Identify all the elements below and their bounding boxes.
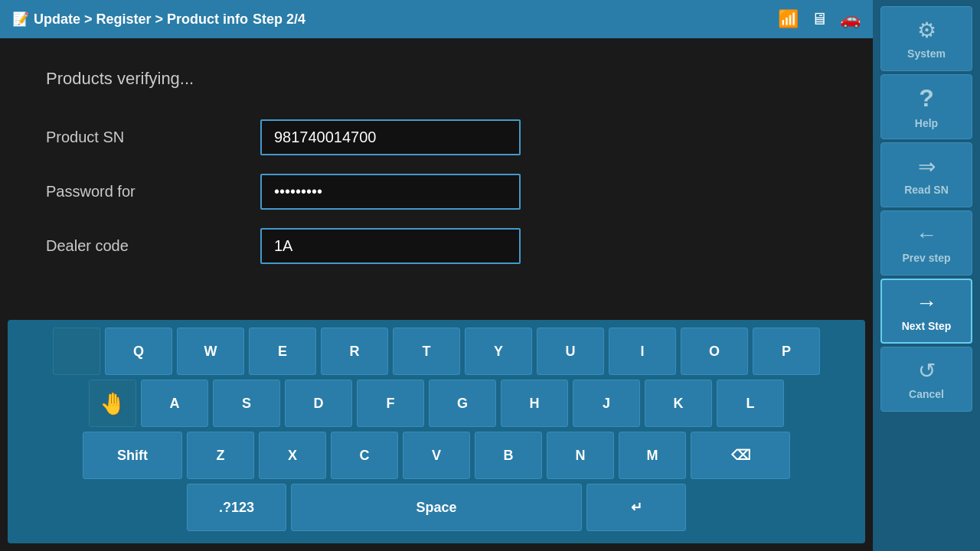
header-bar: 📝 Update > Register > Product info Step … bbox=[0, 0, 873, 38]
key-o[interactable]: O bbox=[681, 328, 748, 375]
key-g[interactable]: G bbox=[429, 380, 496, 427]
key-q[interactable]: Q bbox=[105, 328, 172, 375]
keyboard-row-4: .?123 Space ↵ bbox=[15, 484, 858, 531]
key-b[interactable]: B bbox=[475, 432, 542, 479]
header-icons: 📶 🖥 🚗 bbox=[778, 9, 861, 29]
system-label: System bbox=[907, 47, 946, 60]
sidebar-btn-prev-step[interactable]: ← Prev step bbox=[880, 210, 972, 276]
sidebar-btn-help[interactable]: ? Help bbox=[880, 74, 972, 139]
label-password: Password for bbox=[46, 183, 260, 201]
wifi-icon: 📶 bbox=[778, 9, 799, 29]
key-v[interactable]: V bbox=[403, 432, 470, 479]
key-k[interactable]: K bbox=[645, 380, 712, 427]
form-group-dealer-code: Dealer code bbox=[46, 228, 827, 264]
key-z[interactable]: Z bbox=[187, 432, 254, 479]
key-symbols[interactable]: .?123 bbox=[187, 484, 286, 531]
label-product-sn: Product SN bbox=[46, 129, 260, 146]
key-space[interactable]: Space bbox=[291, 484, 582, 531]
key-t[interactable]: T bbox=[393, 328, 460, 375]
sidebar-btn-system[interactable]: ⚙ System bbox=[880, 6, 972, 71]
keyboard-area: Q W E R T Y U I O P 🤚 A S D F G H J K L … bbox=[8, 320, 865, 543]
input-product-sn[interactable] bbox=[260, 119, 521, 155]
key-left-1[interactable] bbox=[53, 328, 100, 375]
key-n[interactable]: N bbox=[547, 432, 614, 479]
read-sn-label: Read SN bbox=[904, 184, 949, 196]
header-title: 📝 Update > Register > Product info Step … bbox=[12, 11, 305, 28]
header-icon-pencil: 📝 bbox=[12, 11, 29, 28]
cancel-icon: ↺ bbox=[918, 358, 936, 383]
car-icon: 🚗 bbox=[840, 9, 861, 29]
key-shift[interactable]: Shift bbox=[83, 432, 182, 479]
sidebar-btn-read-sn[interactable]: ⇒ Read SN bbox=[880, 142, 972, 207]
content-area: Products verifying... Product SN Passwor… bbox=[0, 38, 873, 320]
keyboard-row-3: Shift Z X C V B N M ⌫ bbox=[15, 432, 858, 479]
key-u[interactable]: U bbox=[537, 328, 604, 375]
prev-step-icon: ← bbox=[916, 223, 937, 247]
key-y[interactable]: Y bbox=[465, 328, 532, 375]
sidebar-btn-cancel[interactable]: ↺ Cancel bbox=[880, 347, 972, 412]
key-s[interactable]: S bbox=[213, 380, 280, 427]
form-group-password: Password for bbox=[46, 174, 827, 210]
form-group-product-sn: Product SN bbox=[46, 119, 827, 155]
key-x[interactable]: X bbox=[259, 432, 326, 479]
key-left-2-hand: 🤚 bbox=[89, 380, 136, 427]
breadcrumb: Update > Register > Product info bbox=[34, 11, 248, 28]
key-m[interactable]: M bbox=[619, 432, 686, 479]
prev-step-label: Prev step bbox=[902, 252, 950, 264]
next-step-label: Next Step bbox=[902, 320, 952, 332]
label-dealer-code: Dealer code bbox=[46, 237, 260, 255]
next-step-icon: → bbox=[916, 291, 937, 315]
input-dealer-code[interactable] bbox=[260, 228, 521, 264]
key-h[interactable]: H bbox=[501, 380, 568, 427]
key-p[interactable]: P bbox=[753, 328, 820, 375]
help-label: Help bbox=[915, 117, 938, 129]
key-w[interactable]: W bbox=[177, 328, 244, 375]
input-password[interactable] bbox=[260, 174, 521, 210]
key-j[interactable]: J bbox=[573, 380, 640, 427]
key-r[interactable]: R bbox=[321, 328, 388, 375]
cancel-label: Cancel bbox=[909, 388, 944, 400]
keyboard-row-2: 🤚 A S D F G H J K L bbox=[15, 380, 858, 427]
key-a[interactable]: A bbox=[141, 380, 208, 427]
gear-icon: ⚙ bbox=[917, 18, 936, 43]
keyboard-row-1: Q W E R T Y U I O P bbox=[15, 328, 858, 375]
key-l[interactable]: L bbox=[717, 380, 784, 427]
key-e[interactable]: E bbox=[249, 328, 316, 375]
key-i[interactable]: I bbox=[609, 328, 676, 375]
verifying-text: Products verifying... bbox=[46, 69, 827, 89]
key-backspace[interactable]: ⌫ bbox=[691, 432, 790, 479]
read-sn-icon: ⇒ bbox=[918, 154, 936, 179]
monitor-icon: 🖥 bbox=[811, 9, 828, 29]
sidebar: ⚙ System ? Help ⇒ Read SN ← Prev step → … bbox=[873, 0, 980, 551]
step-indicator: Step 2/4 bbox=[253, 11, 305, 28]
key-f[interactable]: F bbox=[357, 380, 424, 427]
sidebar-btn-next-step[interactable]: → Next Step bbox=[880, 279, 972, 344]
key-d[interactable]: D bbox=[285, 380, 352, 427]
help-icon: ? bbox=[919, 84, 934, 112]
key-enter[interactable]: ↵ bbox=[586, 484, 686, 531]
key-c[interactable]: C bbox=[331, 432, 398, 479]
